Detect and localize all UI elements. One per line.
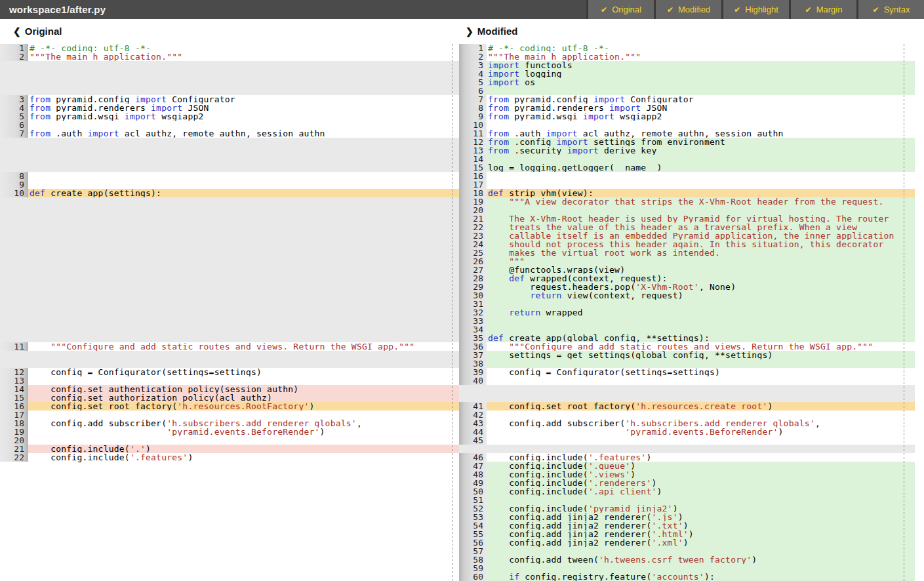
code-text (487, 317, 915, 325)
code-line[interactable]: 40 (459, 376, 915, 385)
code-line[interactable]: 5from pyramid.wsgi import wsgiapp2 (0, 112, 459, 121)
code-text: from pyramid.wsgi import wsgiapp2 (487, 112, 915, 121)
gap-filler (0, 138, 459, 172)
code-text: config.include('.api_client') (487, 487, 915, 496)
code-line[interactable]: 8 (0, 172, 459, 180)
code-text: """Configure and add static routes and v… (28, 342, 459, 351)
code-text (28, 172, 459, 180)
toggle-highlight-button[interactable]: ✔ Highlight (723, 0, 789, 19)
check-icon: ✔ (873, 5, 879, 14)
code-text: config.add_tween('h.tweens.csrf_tween_fa… (487, 555, 915, 564)
chevron-left-icon: ❮ (13, 26, 21, 37)
code-text: """The main h application.""" (28, 52, 459, 61)
toolbar: ✔ Original ✔ Modified ✔ Highlight ✔ Marg… (586, 0, 924, 19)
code-line[interactable]: 33 (459, 317, 915, 325)
gap-area (28, 351, 459, 368)
code-line[interactable]: 58 config.add_tween('h.tweens.csrf_tween… (459, 555, 915, 564)
gap-filler (0, 351, 459, 368)
code-rows: 1# -*- coding: utf-8 -*-2"""The main h a… (459, 44, 915, 581)
code-text: config = Configurator(settings=settings) (28, 368, 459, 376)
code-line[interactable]: 16 (459, 172, 915, 180)
code-line[interactable]: 5import os (459, 78, 915, 87)
code-text: config.include('.features') (28, 453, 459, 462)
pane-headers: ❮Original ❯Modified (0, 19, 924, 44)
line-number: 11 (0, 342, 28, 351)
code-line[interactable]: 56 config.add_jinja2_renderer('.xml') (459, 538, 915, 547)
code-line[interactable]: 30 return view(context, request) (459, 291, 915, 300)
code-line[interactable]: 60 if config.registry.feature('accounts'… (459, 572, 915, 581)
code-line[interactable]: 7from .auth import acl_authz, remote_aut… (0, 129, 459, 138)
line-number-gutter (0, 138, 28, 172)
line-number: 60 (459, 572, 487, 581)
code-text: """A view decorator that strips the X-Vh… (487, 197, 915, 206)
toggle-syntax-button[interactable]: ✔ Syntax (858, 0, 924, 19)
check-icon: ✔ (734, 5, 740, 14)
code-line[interactable]: 22 config.include('.features') (0, 453, 459, 462)
gap-area (28, 138, 459, 172)
toggle-margin-label: Margin (816, 5, 843, 14)
code-text: from pyramid.wsgi import wsgiapp2 (28, 112, 459, 121)
toggle-original-button[interactable]: ✔ Original (588, 0, 654, 19)
code-line[interactable]: 37 settings = get_settings(global_config… (459, 351, 915, 359)
margin-indicator-original (452, 44, 452, 581)
code-text (487, 436, 915, 445)
code-line[interactable]: 2"""The main h application.""" (0, 52, 459, 61)
line-number: 45 (459, 436, 487, 445)
code-line[interactable]: 44 'pyramid.events.BeforeRender') (459, 428, 915, 436)
code-line[interactable]: 50 config.include('.api_client') (459, 487, 915, 496)
code-line[interactable]: 11 """Configure and add static routes an… (0, 342, 459, 351)
code-line[interactable]: 12 config = Configurator(settings=settin… (0, 368, 459, 376)
toggle-margin-button[interactable]: ✔ Margin (791, 0, 856, 19)
code-line[interactable]: 45 (459, 436, 915, 445)
diff-area: 1# -*- coding: utf-8 -*-2"""The main h a… (0, 44, 924, 581)
code-line[interactable]: 19 """A view decorator that strips the X… (459, 197, 915, 206)
toggle-modified-button[interactable]: ✔ Modified (656, 0, 721, 19)
diff-pane-modified[interactable]: 1# -*- coding: utf-8 -*-2"""The main h a… (459, 44, 915, 581)
code-text: return wrapped (487, 308, 915, 317)
line-number-gutter (0, 197, 28, 342)
line-number-gutter (459, 385, 487, 402)
chevron-right-icon: ❯ (466, 26, 473, 37)
code-line[interactable]: 32 return wrapped (459, 308, 915, 317)
toggle-syntax-label: Syntax (884, 5, 910, 14)
code-text: makes the virtual root work as intended. (487, 249, 915, 257)
code-text: log = logging.getLogger(__name__) (487, 163, 915, 172)
diff-viewer-window: workspace1/after.py ✔ Original ✔ Modifie… (0, 0, 924, 581)
code-text (487, 376, 915, 385)
code-line[interactable]: 25 makes the virtual root work as intend… (459, 249, 915, 257)
diff-pane-original[interactable]: 1# -*- coding: utf-8 -*-2"""The main h a… (0, 44, 459, 581)
line-number-gutter (0, 351, 28, 368)
code-line[interactable]: 9from pyramid.wsgi import wsgiapp2 (459, 112, 915, 121)
toggle-modified-label: Modified (678, 5, 710, 14)
line-number: 40 (459, 376, 487, 385)
line-number: 2 (0, 52, 28, 61)
title-bar: workspace1/after.py ✔ Original ✔ Modifie… (0, 0, 924, 19)
code-line[interactable]: 16 config.set_root_factory('h.resources.… (0, 402, 459, 411)
margin-indicator-modified (904, 44, 904, 581)
toggle-original-label: Original (612, 5, 641, 14)
check-icon: ✔ (601, 5, 607, 14)
code-line[interactable]: 39 config = Configurator(settings=settin… (459, 368, 915, 376)
code-line[interactable]: 19 'pyramid.events.BeforeRender') (0, 428, 459, 436)
code-text: if config.registry.feature('accounts'): (487, 572, 915, 581)
code-text: from .auth import acl_authz, remote_auth… (28, 129, 459, 138)
code-line[interactable]: 10def create_app(settings): (0, 189, 459, 197)
pane-header-original-label: Original (25, 26, 62, 37)
line-number-gutter (0, 61, 28, 95)
pane-header-original[interactable]: ❮Original (13, 19, 62, 44)
gap-filler (0, 197, 459, 342)
code-text: settings = get_settings(global_config, *… (487, 351, 915, 359)
check-icon: ✔ (667, 5, 673, 14)
line-number: 22 (0, 453, 28, 462)
pane-header-modified[interactable]: ❯Modified (466, 19, 517, 44)
code-text: return view(context, request) (487, 291, 915, 300)
code-text: 'pyramid.events.BeforeRender') (487, 428, 915, 436)
code-text: config.add_jinja2_renderer('.xml') (487, 538, 915, 547)
gap-filler (459, 385, 915, 402)
code-line[interactable]: 15log = logging.getLogger(__name__) (459, 163, 915, 172)
code-line[interactable]: 13from .security import derive_key (459, 146, 915, 155)
line-number: 7 (0, 129, 28, 138)
code-line[interactable]: 41 config.set_root_factory('h.resources.… (459, 402, 915, 411)
code-text: import os (487, 78, 915, 87)
gap-area (28, 197, 459, 342)
